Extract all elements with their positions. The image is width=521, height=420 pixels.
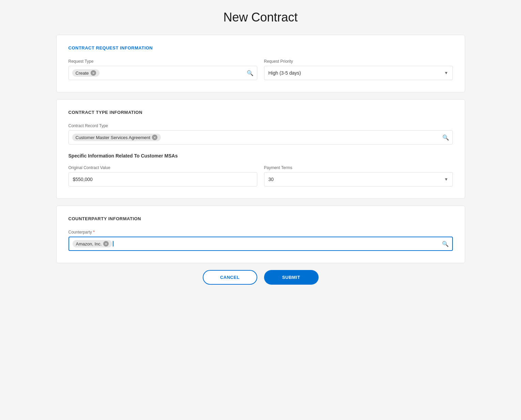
section-title-highlight: REQUEST <box>96 45 119 50</box>
cancel-button[interactable]: CANCEL <box>203 270 257 285</box>
form-container: CONTRACT REQUEST INFORMATION Request Typ… <box>56 35 465 263</box>
submit-button[interactable]: SUBMIT <box>264 270 319 285</box>
contract-type-section-title: CONTRACT TYPE INFORMATION <box>68 110 453 115</box>
request-type-input[interactable]: Create ✕ 🔍 <box>68 66 257 80</box>
contract-record-type-remove-icon[interactable]: ✕ <box>152 135 157 140</box>
text-cursor <box>113 241 113 246</box>
page-title: New Contract <box>223 10 297 25</box>
original-contract-value-label: Original Contract Value <box>68 165 257 170</box>
contract-record-type-field: Contract Record Type Customer Master Ser… <box>68 123 453 145</box>
request-fields-row: Request Type Create ✕ 🔍 Request Priority… <box>68 59 453 80</box>
contract-request-card: CONTRACT REQUEST INFORMATION Request Typ… <box>56 35 465 92</box>
request-type-tag-text: Create <box>76 71 89 76</box>
counterparty-tag-text: Amazon, Inc. <box>76 241 102 246</box>
counterparty-label: Counterparty * <box>68 230 453 235</box>
counterparty-input[interactable]: Amazon, Inc. ✕ 🔍 <box>68 237 453 251</box>
contract-record-type-input[interactable]: Customer Master Services Agreement ✕ 🔍 <box>68 130 453 145</box>
counterparty-card: COUNTERPARTY INFORMATION Counterparty * … <box>56 206 465 263</box>
contract-details-row: Original Contract Value Payment Terms 30… <box>68 165 453 186</box>
payment-terms-chevron-icon: ▼ <box>444 177 448 182</box>
counterparty-label-text: Counterparty <box>68 230 92 235</box>
counterparty-remove-icon[interactable]: ✕ <box>103 241 109 246</box>
section-title-text-1: CONTRACT <box>68 45 96 50</box>
request-type-remove-icon[interactable]: ✕ <box>91 70 96 76</box>
payment-terms-value: 30 <box>269 177 444 182</box>
counterparty-field: Counterparty * Amazon, Inc. ✕ 🔍 <box>68 230 453 251</box>
counterparty-required-indicator: * <box>93 230 95 235</box>
request-priority-field: Request Priority High (3-5 days) ▼ <box>264 59 453 80</box>
contract-type-card: CONTRACT TYPE INFORMATION Contract Recor… <box>56 99 465 199</box>
payment-terms-select[interactable]: 30 ▼ <box>264 172 453 186</box>
counterparty-section-title: COUNTERPARTY INFORMATION <box>68 216 453 221</box>
contract-record-type-tag: Customer Master Services Agreement ✕ <box>72 134 161 141</box>
request-priority-chevron-icon: ▼ <box>444 71 448 75</box>
footer-buttons: CANCEL SUBMIT <box>203 270 319 295</box>
payment-terms-field: Payment Terms 30 ▼ <box>264 165 453 186</box>
request-type-search-icon[interactable]: 🔍 <box>247 70 254 76</box>
original-contract-value-field: Original Contract Value <box>68 165 257 186</box>
request-priority-label: Request Priority <box>264 59 453 64</box>
subsection-title: Specific Information Related To Customer… <box>68 153 453 159</box>
counterparty-tag: Amazon, Inc. ✕ <box>73 240 112 247</box>
request-priority-select[interactable]: High (3-5 days) ▼ <box>264 66 453 80</box>
payment-terms-label: Payment Terms <box>264 165 453 170</box>
request-type-tag: Create ✕ <box>72 69 99 77</box>
contract-record-type-search-icon[interactable]: 🔍 <box>442 134 449 141</box>
section-title-text-2: INFORMATION <box>119 45 153 50</box>
request-type-label: Request Type <box>68 59 257 64</box>
original-contract-value-input[interactable] <box>68 172 257 186</box>
contract-record-type-label: Contract Record Type <box>68 123 453 128</box>
contract-request-section-title: CONTRACT REQUEST INFORMATION <box>68 45 453 50</box>
request-type-field: Request Type Create ✕ 🔍 <box>68 59 257 80</box>
counterparty-search-icon[interactable]: 🔍 <box>442 241 449 247</box>
request-priority-value: High (3-5 days) <box>269 70 444 76</box>
contract-record-type-tag-text: Customer Master Services Agreement <box>76 135 151 140</box>
